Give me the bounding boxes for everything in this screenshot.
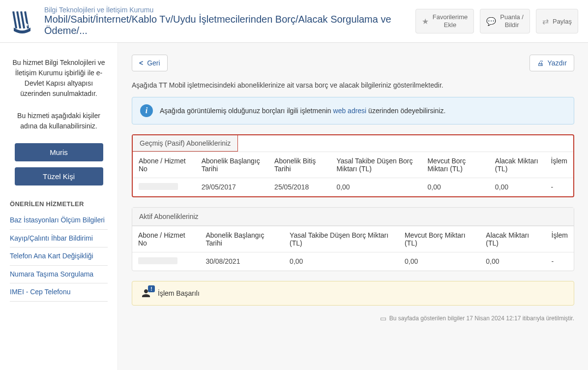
redacted-value [138,257,177,264]
svg-rect-1 [16,11,21,29]
header-title-group: Bilgi Teknolojileri ve İletişim Kurumu M… [44,6,415,36]
col-start-date: Abonelik Başlangıç Tarihi [196,152,268,178]
rate-label-1: Puanla / [500,13,524,21]
cell-current-debt: 0,00 [399,252,480,271]
cell-start-date: 30/08/2021 [200,252,284,271]
fav-label-2: Ekle [433,21,468,29]
cell-action: - [546,252,574,271]
header-title: Mobil/Sabit/İnternet/Kablo Tv/Uydu İşlet… [44,14,415,36]
info-box: i Aşağıda görüntülemiş olduğunuz borçlar… [132,97,574,124]
cell-action: - [545,178,574,197]
footer-note: ▭ Bu sayfada gösterilen bilgiler 17 Nisa… [132,314,574,322]
fav-label-1: Favorilerime [433,13,468,21]
header-subtitle: Bilgi Teknolojileri ve İletişim Kurumu [44,6,415,14]
table-row: 30/08/2021 0,00 0,00 0,00 - [132,252,574,271]
info-icon: i [140,104,153,117]
person-icon: ! [140,287,152,299]
app-header: Bilgi Teknolojileri ve İletişim Kurumu M… [0,0,588,43]
recommended-heading: ÖNERİLEN HİZMETLER [10,200,108,208]
logo [10,9,34,33]
cell-start-date: 29/05/2017 [196,178,268,197]
col-credit: Alacak Miktarı (TL) [489,152,545,178]
cell-abone-no [132,252,200,271]
description-text: Aşağıda TT Mobil işletmecisindeki abonel… [132,81,574,89]
col-current-debt: Mevcut Borç Miktarı (TL) [421,152,489,178]
svg-rect-2 [20,11,25,29]
web-address-link[interactable]: web adresi [333,107,367,115]
muris-button[interactable]: Muris [15,143,103,161]
rate-label-2: Bildir [500,21,524,29]
col-abone-no: Abone / Hizmet No [132,226,200,252]
back-label: Geri [147,59,160,67]
speech-icon: 💬 [486,17,496,26]
col-action: İşlem [546,226,574,252]
toolbar: < Geri 🖨 Yazdır [132,55,574,71]
print-button[interactable]: 🖨 Yazdır [529,55,574,71]
table-header-row: Abone / Hizmet No Abonelik Başlangıç Tar… [133,152,573,178]
active-subscriptions-caption: Aktif Abonelikleriniz [132,208,574,226]
col-start-date: Abonelik Başlangıç Tarihi [200,226,284,252]
success-text: İşlem Başarılı [158,289,200,297]
print-label: Yazdır [548,59,567,67]
cell-legal-debt: 0,00 [284,252,399,271]
col-end-date: Abonelik Bitiş Tarihi [268,152,330,178]
header-actions: ★ Favorilerime Ekle 💬 Puanla / Bildir ⇄ … [415,9,578,33]
cell-current-debt: 0,00 [421,178,489,197]
main-content: < Geri 🖨 Yazdır Aşağıda TT Mobil işletme… [118,43,588,370]
redacted-value [139,183,178,190]
print-icon: 🖨 [537,59,544,67]
rate-button[interactable]: 💬 Puanla / Bildir [480,9,530,33]
col-credit: Alacak Miktarı (TL) [480,226,545,252]
chevron-left-icon: < [139,59,143,67]
exclaim-badge-icon: ! [148,285,155,292]
col-legal-debt: Yasal Takibe Düşen Borç Miktarı (TL) [330,152,421,178]
info-text: Aşağıda görüntülemiş olduğunuz borçları … [160,107,445,115]
book-icon: ▭ [380,314,386,322]
col-current-debt: Mevcut Borç Miktarı (TL) [399,226,480,252]
back-button[interactable]: < Geri [132,55,168,71]
tuzel-kisi-button[interactable]: Tüzel Kişi [15,167,103,185]
cell-end-date: 25/05/2018 [268,178,330,197]
content: Bu hizmet Bilgi Teknolojileri ve İletişi… [0,43,588,370]
footer-text: Bu sayfada gösterilen bilgiler 17 Nisan … [389,315,574,322]
cell-legal-debt: 0,00 [330,178,421,197]
active-subscriptions-section: Aktif Abonelikleriniz Abone / Hizmet No … [132,207,574,271]
sidebar-link-imei[interactable]: IMEI - Cep Telefonu [10,283,108,302]
sidebar-link-telefon[interactable]: Telefon Ana Kart Değişikliği [10,247,108,266]
table-header-row: Abone / Hizmet No Abonelik Başlangıç Tar… [132,226,574,252]
share-icon: ⇄ [542,17,549,26]
svg-rect-0 [12,11,17,29]
share-button[interactable]: ⇄ Paylaş [536,9,578,33]
active-subscriptions-table: Abone / Hizmet No Abonelik Başlangıç Tar… [132,226,574,271]
past-subscriptions-table: Abone / Hizmet No Abonelik Başlangıç Tar… [133,152,573,196]
share-label: Paylaş [553,18,572,25]
table-row: 29/05/2017 25/05/2018 0,00 0,00 0,00 - [133,178,573,197]
sidebar-info-2: Bu hizmeti aşağıdaki kişiler adına da ku… [10,111,108,131]
past-subscriptions-section: Geçmiş (Pasif) Abonelikleriniz Abone / H… [132,134,574,197]
sidebar-info-1: Bu hizmet Bilgi Teknolojileri ve İletişi… [10,58,108,99]
cell-abone-no [133,178,196,197]
past-subscriptions-caption: Geçmiş (Pasif) Abonelikleriniz [133,135,238,152]
sidebar: Bu hizmet Bilgi Teknolojileri ve İletişi… [0,43,118,370]
sidebar-link-baz[interactable]: Baz İstasyonları Ölçüm Bilgileri [10,212,108,230]
success-box: ! İşlem Başarılı [132,281,574,306]
cell-credit: 0,00 [489,178,545,197]
cell-credit: 0,00 [480,252,545,271]
sidebar-link-numara[interactable]: Numara Taşıma Sorgulama [10,266,108,284]
col-action: İşlem [545,152,574,178]
favorites-button[interactable]: ★ Favorilerime Ekle [415,9,474,33]
sidebar-link-kayip[interactable]: Kayıp/Çalıntı İhbar Bildirimi [10,230,108,248]
svg-rect-3 [24,11,29,29]
col-abone-no: Abone / Hizmet No [133,152,196,178]
col-legal-debt: Yasal Takibe Düşen Borç Miktarı (TL) [284,226,399,252]
star-icon: ★ [422,17,429,26]
